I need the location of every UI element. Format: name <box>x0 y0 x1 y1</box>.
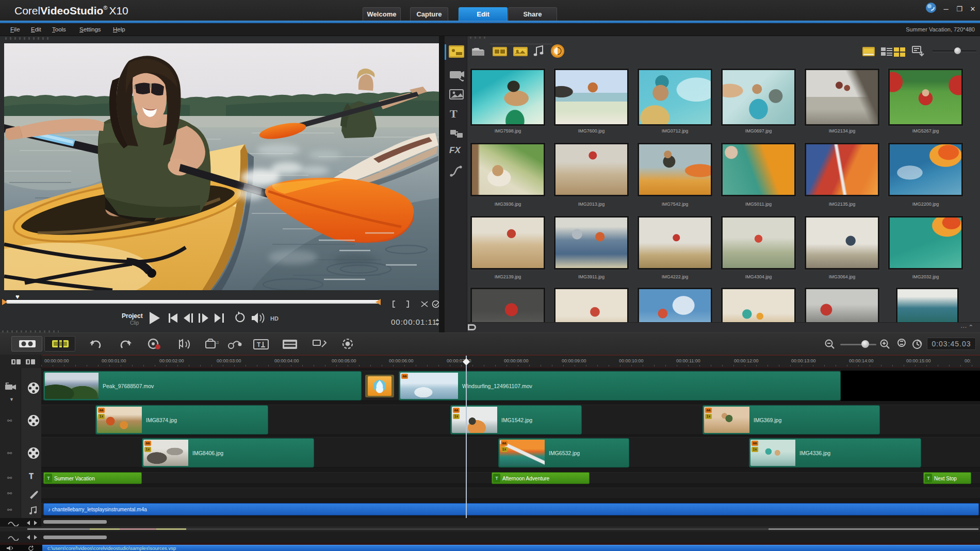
svg-text:HD: HD <box>270 315 279 322</box>
svg-text:♫: ♫ <box>216 340 219 345</box>
svg-text:T: T <box>257 341 261 348</box>
